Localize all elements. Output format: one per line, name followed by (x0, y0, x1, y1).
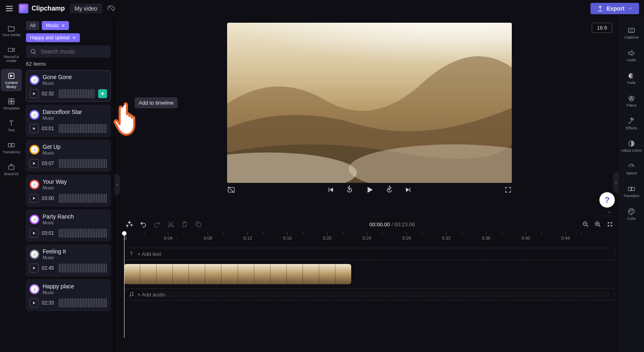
waveform (59, 194, 107, 203)
svg-text:5: 5 (389, 189, 390, 191)
text-icon (129, 251, 134, 257)
help-button[interactable]: ? (599, 192, 615, 208)
rewind-5-icon[interactable]: 5 (346, 186, 354, 194)
rail-effects[interactable]: Effects (620, 114, 643, 133)
cloud-sync-off-icon[interactable] (107, 4, 115, 13)
cut-icon[interactable] (167, 221, 174, 228)
close-icon[interactable]: ✕ (61, 23, 65, 28)
preview-play-button[interactable] (30, 229, 39, 238)
music-card[interactable]: ♪ Your Way Music 03:00 (26, 175, 111, 206)
music-card[interactable]: ♪ Gone Gone Music 02:32 + (26, 70, 111, 102)
collapse-right-button[interactable]: ‹ (613, 172, 619, 193)
preview-play-button[interactable] (30, 298, 39, 307)
duplicate-icon[interactable] (195, 221, 202, 228)
add-to-timeline-button[interactable]: + (98, 89, 107, 98)
svg-rect-8 (9, 166, 14, 170)
rail-filters[interactable]: Filters (620, 92, 643, 110)
music-disc-icon: ♪ (30, 110, 39, 120)
track-text[interactable]: + Add text (124, 248, 615, 260)
undo-icon[interactable] (140, 221, 147, 228)
music-card[interactable]: ♪ Get Up Music 03:07 (26, 140, 111, 172)
video-clip[interactable] (124, 264, 351, 284)
svg-text:CC: CC (629, 29, 633, 32)
music-card[interactable]: ♪ Feeling It Music 02:45 (26, 245, 111, 276)
music-card[interactable]: ♪ Dancefloor Star Music 03:01 (26, 105, 111, 137)
preview-play-button[interactable] (30, 159, 39, 168)
video-preview[interactable] (227, 23, 512, 183)
preview-zone: 16:9 5 5 (120, 17, 619, 216)
play-icon[interactable] (365, 185, 374, 194)
waveform (59, 124, 107, 133)
preview-play-button[interactable] (30, 194, 39, 203)
close-icon[interactable]: ✕ (72, 35, 76, 41)
zoom-out-icon[interactable] (582, 221, 589, 228)
collapse-left-button[interactable]: ‹ (114, 174, 120, 195)
svg-point-32 (631, 210, 631, 211)
svg-rect-5 (12, 102, 14, 104)
svg-point-24 (629, 73, 634, 78)
chip-music[interactable]: Music ✕ (42, 21, 69, 30)
left-rail: Your media Record & create Content libra… (0, 17, 23, 352)
export-button[interactable]: Export (590, 3, 639, 14)
music-title: Happy place (43, 283, 74, 290)
forward-5-icon[interactable]: 5 (385, 186, 393, 194)
tracks: + Add text + Add audio (120, 243, 619, 305)
music-disc-icon: ♪ (30, 180, 39, 189)
waveform (59, 89, 95, 98)
svg-rect-7 (12, 144, 15, 147)
preview-play-button[interactable] (30, 264, 39, 273)
svg-point-21 (132, 295, 133, 296)
rail-brand-kit[interactable]: Brand kit (1, 160, 22, 179)
menu-icon[interactable] (5, 4, 14, 13)
aspect-ratio-button[interactable]: 16:9 (592, 23, 612, 33)
redo-icon[interactable] (153, 221, 161, 228)
track-video[interactable] (124, 264, 615, 284)
svg-rect-17 (197, 223, 201, 227)
skip-start-icon[interactable] (327, 186, 334, 193)
preview-play-button[interactable] (30, 89, 39, 98)
music-disc-icon: ♪ (30, 215, 39, 224)
safe-zones-icon[interactable] (227, 186, 235, 194)
rail-audio[interactable]: Audio (620, 46, 643, 65)
search-box[interactable] (26, 45, 111, 58)
music-card[interactable]: ♪ Party Ranch Music 03:01 (26, 210, 111, 241)
rail-record-create[interactable]: Record & create (1, 43, 22, 66)
fullscreen-icon[interactable] (504, 186, 512, 193)
media-panel: All Music ✕ Happy and upbeat ✕ 62 items … (23, 17, 114, 352)
rail-color[interactable]: Color (620, 205, 643, 223)
rail-adjust-colors[interactable]: Adjust colors (620, 137, 643, 155)
center-area: 16:9 5 5 (120, 17, 619, 352)
waveform (59, 159, 107, 168)
search-input[interactable] (40, 48, 112, 55)
briefcase-icon (7, 163, 16, 172)
track-audio[interactable]: + Add audio (124, 288, 615, 300)
svg-rect-0 (9, 48, 13, 52)
playhead[interactable] (124, 232, 125, 338)
timeline-ruler[interactable]: 00:040:080:120:160:200:240:280:320:360:4… (120, 232, 619, 243)
music-subtitle: Music (43, 185, 67, 191)
rail-transition[interactable]: Transition (620, 182, 643, 201)
rail-transitions[interactable]: Transitions (1, 138, 22, 157)
grid-icon (7, 97, 16, 106)
preview-play-button[interactable] (30, 124, 39, 133)
ruler-tick: 0:32 (442, 232, 451, 240)
timeline-toolbar: 00:00.00 / 00:23.06 (120, 216, 619, 232)
magic-icon[interactable] (126, 221, 133, 228)
skip-end-icon[interactable] (405, 186, 412, 193)
rail-captions[interactable]: CCCaptions (620, 24, 643, 42)
rail-fade[interactable]: Fade (620, 69, 643, 88)
chip-happy-upbeat[interactable]: Happy and upbeat ✕ (26, 33, 80, 42)
project-title[interactable]: My video (70, 4, 102, 13)
zoom-fit-icon[interactable] (607, 221, 613, 228)
rail-your-media[interactable]: Your media (1, 21, 22, 40)
rail-content-library[interactable]: Content library (1, 69, 22, 92)
trash-icon[interactable] (181, 221, 188, 228)
timecode: 00:00.00 / 00:23.06 (369, 221, 415, 228)
rail-speed[interactable]: Speed (620, 159, 643, 178)
music-card[interactable]: ♪ Happy place Music 02:33 (26, 279, 111, 311)
rail-templates[interactable]: Templates (1, 94, 22, 113)
zoom-in-icon[interactable] (595, 221, 601, 228)
chip-all[interactable]: All (26, 21, 39, 30)
rail-text[interactable]: Text (1, 116, 22, 135)
music-duration: 02:45 (42, 265, 56, 271)
